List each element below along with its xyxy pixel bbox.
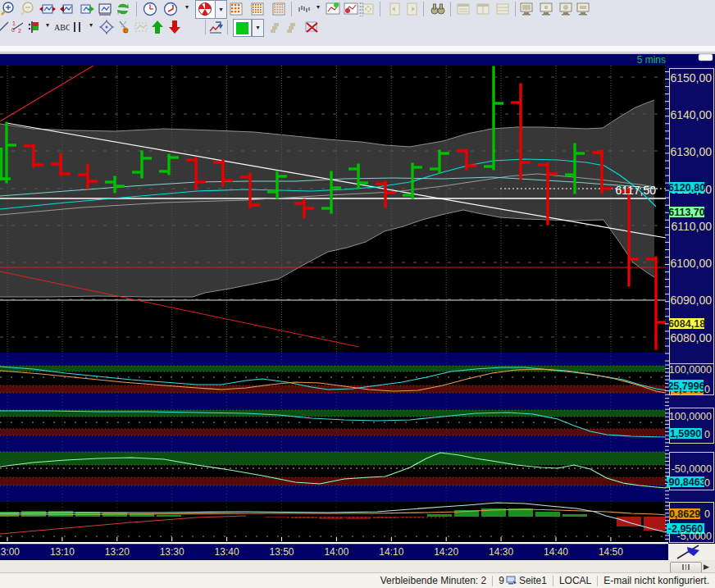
svg-text:14:40: 14:40 — [544, 546, 568, 558]
svg-text:1: 1 — [12, 21, 16, 26]
svg-text:0: 0 — [704, 508, 710, 520]
svg-text:0: 0 — [704, 429, 710, 440]
svg-text:6090,00: 6090,00 — [670, 294, 712, 307]
svg-text:6100,00: 6100,00 — [670, 257, 712, 270]
svg-text:25,7996: 25,7996 — [667, 381, 704, 392]
svg-text:6130,00: 6130,00 — [670, 145, 712, 158]
svg-text:1,5990: 1,5990 — [670, 428, 701, 440]
svg-text:100,0000: 100,0000 — [669, 364, 712, 376]
svg-text:6080,00: 6080,00 — [670, 331, 712, 344]
svg-text:14:10: 14:10 — [379, 546, 403, 558]
svg-text:13:10: 13:10 — [50, 546, 75, 558]
svg-text:13:50: 13:50 — [269, 546, 294, 558]
svg-text:6117,50: 6117,50 — [615, 184, 656, 197]
svg-text:6113,70: 6113,70 — [668, 207, 705, 218]
svg-text:-50,0000: -50,0000 — [672, 463, 712, 475]
svg-text:0: 0 — [704, 384, 710, 395]
svg-text:0: 0 — [704, 477, 710, 489]
svg-text:6084,18: 6084,18 — [668, 318, 705, 330]
svg-text:0: 0 — [11, 27, 15, 33]
svg-text:6140,00: 6140,00 — [670, 108, 712, 121]
svg-text:100,0000: 100,0000 — [669, 411, 712, 422]
svg-text:6120,80: 6120,80 — [668, 182, 705, 194]
svg-text:ABC: ABC — [54, 23, 70, 32]
svg-text:6110,00: 6110,00 — [671, 220, 712, 233]
svg-text:0,8629: 0,8629 — [669, 508, 700, 520]
svg-text:6150,00: 6150,00 — [670, 71, 712, 84]
svg-text:-5,0000: -5,0000 — [677, 531, 712, 542]
svg-text:13:20: 13:20 — [105, 546, 130, 558]
svg-text:14:00: 14:00 — [324, 546, 348, 558]
svg-text:14:50: 14:50 — [599, 546, 623, 558]
svg-text:D: D — [124, 28, 128, 34]
svg-text:-90,8463: -90,8463 — [665, 476, 705, 488]
svg-text:2: 2 — [18, 28, 21, 34]
svg-text:13:00: 13:00 — [0, 546, 20, 558]
svg-text:14:20: 14:20 — [434, 546, 458, 558]
svg-text:14:30: 14:30 — [489, 546, 513, 558]
svg-text:5 mins: 5 mins — [637, 54, 666, 66]
svg-text:13:40: 13:40 — [215, 546, 239, 558]
svg-text:13:30: 13:30 — [160, 546, 184, 558]
